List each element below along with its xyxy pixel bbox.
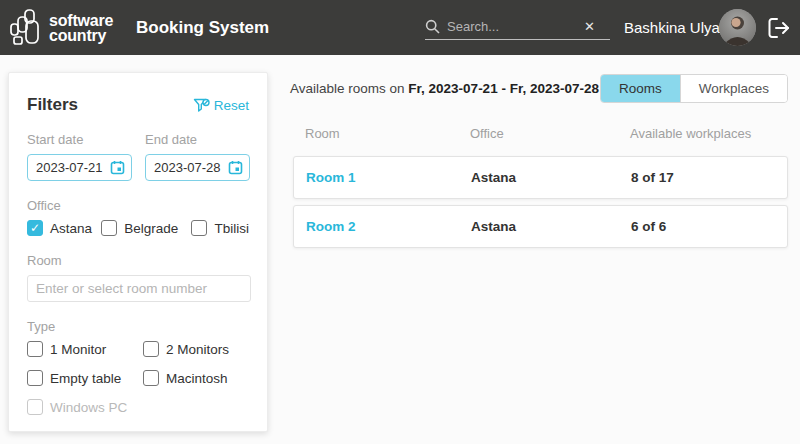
- checkbox-icon[interactable]: ✓: [27, 220, 43, 236]
- room-input[interactable]: [27, 275, 251, 302]
- room-label: Room: [27, 253, 249, 268]
- search-clear-icon[interactable]: ✕: [584, 19, 595, 34]
- software-country-logo-icon: [8, 8, 46, 48]
- office-label: Office: [27, 198, 249, 213]
- checkbox-icon[interactable]: ✓: [27, 370, 43, 386]
- checkbox-icon[interactable]: ✓: [191, 220, 207, 236]
- logo: software country: [8, 8, 113, 48]
- available-cell: 8 of 17: [631, 170, 787, 185]
- column-header-room: Room: [305, 126, 470, 141]
- table-row[interactable]: Room 1 Astana 8 of 17: [293, 156, 788, 199]
- filters-panel: Filters Reset Start date 2023-07-21: [8, 72, 268, 432]
- checkbox-windows-pc: ✓ Windows PC: [27, 399, 143, 415]
- start-date-input[interactable]: 2023-07-21: [27, 154, 132, 181]
- rooms-table: Room Office Available workplaces Room 1 …: [293, 126, 788, 254]
- app-header: software country Booking System ✕ Bashki…: [0, 0, 800, 55]
- checkbox-1-monitor[interactable]: ✓ 1 Monitor: [27, 341, 143, 357]
- search-box[interactable]: ✕: [425, 14, 610, 40]
- available-rooms-subtitle: Available rooms on Fr, 2023-07-21 - Fr, …: [290, 81, 599, 96]
- logo-text: software country: [49, 13, 113, 43]
- checkbox-2-monitors[interactable]: ✓ 2 Monitors: [143, 341, 249, 357]
- search-icon: [425, 19, 440, 34]
- date-range: Fr, 2023-07-21 - Fr, 2023-07-28: [408, 81, 599, 96]
- start-date-label: Start date: [27, 132, 132, 147]
- available-cell: 6 of 6: [631, 219, 787, 234]
- view-toggle: Rooms Workplaces: [600, 74, 788, 103]
- calendar-icon[interactable]: [110, 160, 125, 175]
- reset-label: Reset: [214, 98, 249, 113]
- table-header-row: Room Office Available workplaces: [293, 126, 788, 141]
- checkbox-icon[interactable]: ✓: [143, 370, 159, 386]
- checkbox-empty-table[interactable]: ✓ Empty table: [27, 370, 143, 386]
- checkbox-tbilisi[interactable]: ✓ Tbilisi: [191, 220, 249, 236]
- office-cell: Astana: [471, 170, 631, 185]
- checkbox-icon: ✓: [27, 399, 43, 415]
- room-link[interactable]: Room 2: [306, 219, 471, 234]
- column-header-office: Office: [470, 126, 630, 141]
- type-label: Type: [27, 319, 249, 334]
- end-date-input[interactable]: 2023-07-28: [145, 154, 250, 181]
- tab-rooms[interactable]: Rooms: [601, 75, 680, 102]
- tab-workplaces[interactable]: Workplaces: [680, 75, 787, 102]
- column-header-available: Available workplaces: [630, 126, 788, 141]
- checkbox-icon[interactable]: ✓: [101, 220, 117, 236]
- checkbox-icon[interactable]: ✓: [143, 341, 159, 357]
- table-row[interactable]: Room 2 Astana 6 of 6: [293, 205, 788, 248]
- reset-filters-button[interactable]: Reset: [193, 98, 249, 113]
- avatar[interactable]: [719, 9, 756, 46]
- filter-reset-icon: [193, 98, 210, 113]
- filters-title: Filters: [27, 95, 78, 115]
- end-date-label: End date: [145, 132, 250, 147]
- checkbox-astana[interactable]: ✓ Astana: [27, 220, 101, 236]
- checkbox-icon[interactable]: ✓: [27, 341, 43, 357]
- page-title: Booking System: [136, 0, 269, 55]
- office-cell: Astana: [471, 219, 631, 234]
- checkbox-belgrade[interactable]: ✓ Belgrade: [101, 220, 191, 236]
- checkbox-macintosh[interactable]: ✓ Macintosh: [143, 370, 249, 386]
- calendar-icon[interactable]: [228, 160, 243, 175]
- logout-icon[interactable]: [766, 16, 792, 40]
- room-link[interactable]: Room 1: [306, 170, 471, 185]
- search-input[interactable]: [447, 19, 582, 34]
